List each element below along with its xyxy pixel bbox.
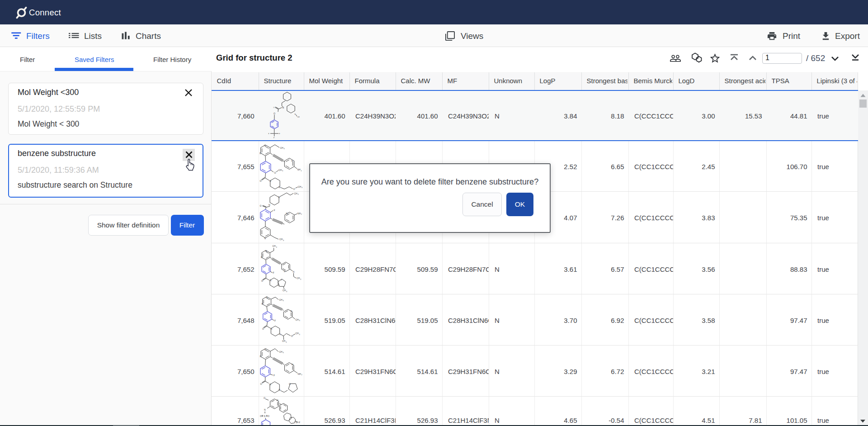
svg-text:2: 2 [301,213,302,215]
svg-text:N: N [269,180,271,182]
svg-text:F: F [274,374,275,377]
svg-text:F: F [299,421,300,424]
svg-text:CH: CH [278,168,282,171]
svg-text:3: 3 [283,240,284,241]
svg-text:F: F [269,133,270,135]
svg-text:3: 3 [286,341,287,343]
svg-text:N: N [293,270,295,273]
svg-text:NH: NH [297,168,301,171]
svg-text:3: 3 [298,194,299,195]
svg-text:N: N [284,270,285,272]
svg-text:N: N [279,332,281,335]
svg-text:N: N [260,355,262,358]
svg-text:N: N [266,296,268,299]
svg-text:N: N [277,399,278,402]
svg-text:O: O [260,204,262,207]
svg-text:N: N [262,303,264,305]
svg-text:N: N [264,408,266,411]
svg-text:3: 3 [282,170,283,172]
svg-text:O: O [291,335,293,337]
svg-text:3: 3 [299,333,300,335]
svg-text:N: N [279,185,281,188]
svg-text:S: S [264,415,266,417]
svg-text:N: N [278,284,279,286]
svg-text:F: F [274,137,275,139]
svg-text:N: N [286,212,288,215]
svg-text:O: O [274,112,275,115]
svg-text:3: 3 [300,278,301,280]
svg-text:O: O [264,397,265,399]
svg-text:CH: CH [298,185,302,188]
svg-text:CH: CH [273,245,276,247]
svg-text:NH: NH [297,212,301,215]
svg-text:2: 2 [302,374,302,376]
svg-text:3: 3 [286,290,287,292]
svg-text:CH: CH [279,298,283,301]
svg-text:3: 3 [283,352,284,354]
svg-text:NH: NH [298,372,302,375]
svg-text:CH: CH [280,146,284,149]
svg-text:N: N [278,388,280,391]
svg-text:CH: CH [296,332,299,335]
svg-text:3: 3 [283,300,284,302]
svg-text:F: F [274,209,275,212]
svg-text:O: O [260,415,262,417]
svg-text:N: N [269,204,270,206]
svg-text:N: N [278,196,280,199]
svg-text:N: N [259,152,261,155]
svg-text:F: F [274,319,276,322]
svg-text:O: O [260,382,262,385]
svg-text:CH: CH [279,350,283,353]
svg-text:F: F [279,133,280,135]
svg-text:CH: CH [282,340,286,342]
svg-text:O: O [260,180,262,182]
svg-text:N: N [292,363,293,366]
svg-text:N: N [283,106,284,109]
svg-text:O: O [289,383,291,385]
svg-text:3: 3 [276,246,277,248]
svg-text:O: O [274,171,276,174]
svg-text:F: F [273,271,274,274]
svg-text:CH: CH [294,192,298,195]
svg-text:N: N [295,114,296,115]
svg-text:N: N [265,249,267,252]
svg-text:N: N [292,160,293,162]
svg-text:CH: CH [297,116,300,118]
svg-text:N: N [281,279,282,280]
svg-text:3: 3 [302,187,302,189]
svg-text:CH: CH [297,277,300,279]
svg-text:3: 3 [299,320,300,322]
svg-text:N: N [291,310,292,312]
svg-text:3: 3 [284,148,285,150]
svg-text:2: 2 [301,170,302,171]
svg-text:CH: CH [279,238,283,241]
svg-text:O: O [268,415,269,417]
svg-text:N: N [271,327,273,330]
svg-text:N: N [264,348,266,350]
svg-text:N: N [269,383,271,386]
svg-text:CH: CH [283,289,286,292]
svg-text:CH: CH [296,318,299,321]
svg-text:O: O [274,107,275,109]
svg-text:N: N [270,279,272,281]
svg-text:O: O [262,327,264,330]
svg-text:N: N [264,237,266,240]
svg-text:O: O [261,279,263,282]
svg-text:O: O [293,187,295,190]
svg-text:N: N [261,256,263,259]
svg-text:N: N [264,144,266,147]
